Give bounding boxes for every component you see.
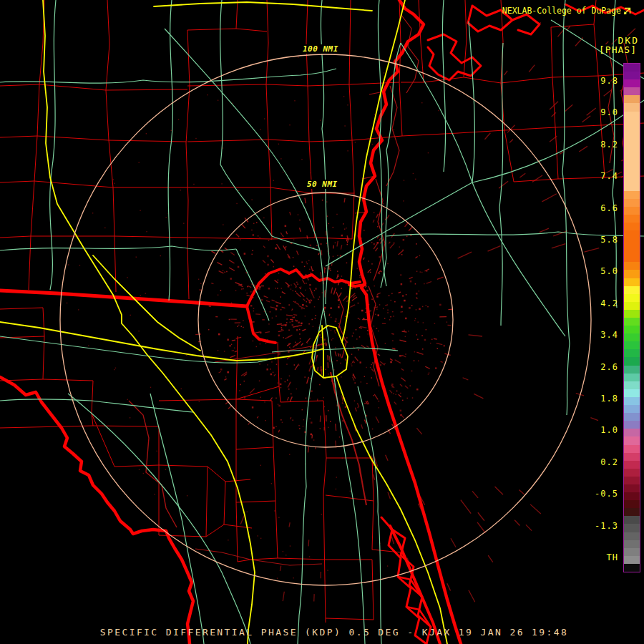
color-scale-block (624, 151, 640, 159)
color-scale-tick: 3.4 (600, 331, 618, 339)
color-scale-block (624, 413, 640, 421)
color-scale-block (624, 477, 640, 484)
color-scale-block (624, 564, 640, 572)
color-scale-block (624, 95, 640, 103)
radar-display: NEXLAB-College of DuPage DKD [PHAS] 100 … (0, 0, 644, 644)
color-scale-block (624, 381, 640, 389)
color-scale-block (624, 436, 640, 444)
color-scale-block (624, 341, 640, 349)
color-scale-block (624, 127, 640, 135)
radar-echo-speckles (67, 7, 636, 602)
color-scale-tick: -0.5 (595, 489, 618, 498)
color-scale-tick: 1.8 (600, 394, 618, 403)
color-scale-block (624, 357, 640, 365)
color-scale-block (624, 310, 640, 318)
color-scale-block (624, 461, 640, 469)
color-scale-block (624, 286, 640, 294)
color-scale-block (624, 79, 640, 87)
color-scale-block (624, 318, 640, 326)
color-scale-tick: 1.0 (600, 426, 618, 434)
color-scale-tick: 7.4 (600, 172, 618, 180)
color-scale-block (624, 230, 640, 238)
color-scale-tick: 5.8 (600, 235, 618, 244)
product-status-line: SPECIFIC DIFFERENTIAL PHASE (KDP) 0.5 DE… (100, 627, 569, 638)
color-scale-tick: 5.0 (600, 267, 618, 275)
color-scale-block (624, 246, 640, 254)
color-scale-block (624, 500, 640, 508)
color-scale-block (624, 262, 640, 270)
color-scale-block (624, 223, 640, 230)
color-scale-block (624, 421, 640, 429)
color-scale-tick: 8.2 (600, 140, 618, 149)
units-label: [PHAS] (599, 44, 637, 55)
color-scale-block (624, 524, 640, 532)
color-scale-bar (623, 63, 640, 572)
color-scale-tick: -1.3 (595, 522, 618, 530)
brand-text: NEXLAB-College of DuPage (502, 6, 621, 16)
color-scale-tick: 9.8 (600, 77, 618, 85)
radar-map (0, 0, 644, 644)
color-scale-block (624, 191, 640, 199)
dupage-logo-icon (623, 7, 631, 15)
color-scale-block (624, 508, 640, 516)
color-scale-tick: TH (607, 553, 618, 562)
color-scale-block (624, 199, 640, 207)
color-scale-block (624, 405, 640, 413)
color-scale-tick: 4.2 (600, 299, 618, 308)
color-scale-block (624, 374, 640, 381)
color-scale-block (624, 87, 640, 95)
color-scale-block (624, 516, 640, 524)
color-scale-block (624, 540, 640, 548)
color-scale-block (624, 215, 640, 223)
color-scale-block (624, 238, 640, 246)
range-ring-label-50nmi: 50 NMI (306, 180, 339, 189)
color-scale-block (624, 135, 640, 143)
brand-header: NEXLAB-College of DuPage (502, 6, 631, 16)
color-scale-tick: 0.2 (600, 458, 618, 467)
color-scale-block (624, 64, 640, 72)
color-scale-block (624, 112, 640, 119)
color-scale-tick: 6.6 (600, 204, 618, 213)
color-scale-block (624, 103, 640, 111)
color-scale-block (624, 556, 640, 564)
color-scale-block (624, 143, 640, 151)
coastline-and-state-line (0, 0, 644, 644)
color-scale-block (624, 72, 640, 79)
color-scale-block (624, 349, 640, 357)
color-scale-block (624, 492, 640, 500)
color-scale-block (624, 182, 640, 190)
color-scale-block (624, 397, 640, 405)
color-scale-block (624, 429, 640, 436)
color-scale-block (624, 207, 640, 215)
color-scale-tick: 2.6 (600, 363, 618, 371)
color-scale-block (624, 119, 640, 127)
color-scale-tick: 9.0 (600, 108, 618, 117)
color-scale-block (624, 270, 640, 278)
range-ring-label-100nmi: 100 NMI (301, 44, 340, 54)
color-scale-block (624, 484, 640, 492)
color-scale-block (624, 445, 640, 453)
color-scale-block (624, 548, 640, 556)
color-scale-block (624, 278, 640, 286)
color-scale-block (624, 389, 640, 397)
color-scale-block (624, 159, 640, 167)
color-scale-block (624, 326, 640, 333)
color-scale-block (624, 254, 640, 262)
color-scale-block (624, 366, 640, 374)
color-scale-block (624, 532, 640, 540)
color-scale-block (624, 302, 640, 310)
color-scale-block (624, 333, 640, 341)
color-scale-block (624, 469, 640, 477)
color-scale-block (624, 453, 640, 461)
roads-secondary (0, 0, 644, 644)
color-scale-block (624, 175, 640, 182)
color-scale-block (624, 167, 640, 175)
color-scale-block (624, 294, 640, 302)
